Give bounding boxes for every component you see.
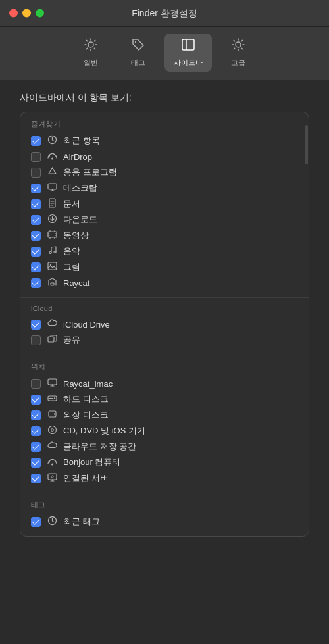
label-raycat-imac: Raycat_imac (63, 379, 113, 389)
titlebar: Finder 환경설정 (0, 0, 329, 27)
label-recent-tags: 최근 태그 (63, 516, 100, 528)
checkbox-raycat-imac[interactable] (31, 379, 41, 389)
icon-music (46, 245, 58, 257)
svg-rect-15 (51, 283, 54, 285)
icon-icloud-drive (46, 318, 58, 330)
icon-external-disk (46, 409, 58, 421)
label-hard-disk: 하드 디스크 (63, 393, 109, 405)
traffic-lights (9, 9, 44, 18)
group-label-tags: 태그 (31, 500, 298, 510)
minimize-button[interactable] (22, 9, 31, 18)
icon-raycat (46, 277, 58, 289)
maximize-button[interactable] (36, 9, 44, 18)
item-row-movies: 동영상 (31, 228, 298, 243)
icon-desktop (46, 182, 58, 194)
label-pictures: 그림 (63, 261, 80, 273)
main-content: 사이드바에서 이 항목 보기: 즐겨찾기최근 항목AirDrop응용 프로그램데… (0, 80, 329, 549)
svg-rect-17 (48, 379, 57, 385)
item-row-shared: 공유 (31, 332, 298, 348)
label-external-disk: 외장 디스크 (63, 409, 109, 421)
general-tab-label: 일반 (84, 58, 98, 68)
svg-point-12 (54, 251, 56, 253)
label-cloud-storage: 클라우드 저장 공간 (63, 441, 136, 453)
tab-advanced[interactable]: 고급 (217, 34, 259, 72)
checkbox-cloud-storage[interactable] (31, 442, 41, 452)
icon-shared (46, 334, 58, 346)
sidebar-tab-label: 사이드바 (174, 58, 203, 68)
icon-hard-disk (46, 393, 58, 405)
panel-wrapper: 즐겨찾기최근 항목AirDrop응용 프로그램데스크탑문서다운로드동영상음악그림… (20, 112, 309, 537)
checkbox-downloads[interactable] (31, 215, 41, 225)
close-button[interactable] (9, 9, 18, 18)
item-row-raycat: Raycat (31, 275, 298, 291)
svg-rect-7 (48, 184, 57, 189)
icon-airdrop (46, 151, 58, 162)
tab-tags[interactable]: 태그 (117, 34, 159, 72)
checkbox-icloud-drive[interactable] (31, 320, 41, 330)
checkbox-cd-dvd[interactable] (31, 426, 41, 436)
checkbox-movies[interactable] (31, 231, 41, 241)
svg-point-24 (51, 430, 53, 431)
group-tags: 태그최근 태그 (20, 493, 309, 536)
item-row-recent-tags: 최근 태그 (31, 514, 298, 530)
checkbox-pictures[interactable] (31, 262, 41, 272)
label-documents: 문서 (63, 198, 80, 210)
item-row-connected-server: 연결된 서버 (31, 470, 298, 486)
icon-pictures (46, 261, 58, 273)
svg-rect-26 (48, 474, 57, 480)
svg-rect-2 (182, 39, 194, 50)
tags-tab-label: 태그 (131, 58, 145, 68)
svg-rect-10 (48, 232, 57, 237)
checkbox-raycat[interactable] (31, 278, 41, 288)
sidebar-panel: 즐겨찾기최근 항목AirDrop응용 프로그램데스크탑문서다운로드동영상음악그림… (20, 112, 309, 537)
general-tab-icon (84, 37, 98, 55)
label-bonjour: Bonjour 컴퓨터 (63, 457, 120, 468)
checkbox-documents[interactable] (31, 199, 41, 209)
svg-point-6 (51, 158, 53, 160)
tags-tab-icon (131, 37, 145, 55)
icon-recent-tags (46, 516, 58, 528)
item-row-external-disk: 외장 디스크 (31, 407, 298, 423)
svg-rect-13 (48, 262, 57, 270)
checkbox-recent[interactable] (31, 136, 41, 146)
label-connected-server: 연결된 서버 (63, 472, 109, 484)
svg-point-25 (51, 464, 53, 466)
advanced-tab-icon (231, 37, 245, 55)
checkbox-recent-tags[interactable] (31, 517, 41, 527)
item-row-documents: 문서 (31, 196, 298, 212)
label-icloud-drive: iCloud Drive (63, 320, 110, 330)
checkbox-apps[interactable] (31, 168, 41, 178)
svg-point-19 (53, 397, 55, 399)
group-icloud: iCloudiCloud Drive공유 (20, 297, 309, 355)
checkbox-hard-disk[interactable] (31, 395, 41, 405)
svg-rect-16 (48, 337, 54, 342)
group-label-locations: 위치 (31, 362, 298, 372)
item-row-pictures: 그림 (31, 259, 298, 275)
sidebar-tab-icon (181, 37, 195, 55)
checkbox-external-disk[interactable] (31, 410, 41, 420)
scrollbar[interactable] (305, 125, 308, 164)
item-row-recent: 최근 항목 (31, 133, 298, 149)
checkbox-desktop[interactable] (31, 184, 41, 193)
label-shared: 공유 (63, 334, 80, 346)
checkbox-bonjour[interactable] (31, 458, 41, 468)
item-row-cloud-storage: 클라우드 저장 공간 (31, 439, 298, 455)
svg-point-21 (53, 413, 55, 414)
tab-sidebar[interactable]: 사이드바 (164, 34, 212, 72)
group-favorites: 즐겨찾기최근 항목AirDrop응용 프로그램데스크탑문서다운로드동영상음악그림… (20, 112, 309, 297)
group-label-favorites: 즐겨찾기 (31, 119, 298, 129)
label-movies: 동영상 (63, 230, 89, 241)
window-title: Finder 환경설정 (132, 8, 197, 20)
item-row-icloud-drive: iCloud Drive (31, 316, 298, 332)
checkbox-connected-server[interactable] (31, 474, 41, 483)
checkbox-shared[interactable] (31, 335, 41, 345)
checkbox-music[interactable] (31, 247, 41, 257)
item-row-desktop: 데스크탑 (31, 180, 298, 196)
item-row-cd-dvd: CD, DVD 및 iOS 기기 (31, 423, 298, 439)
icon-connected-server (46, 472, 58, 484)
tab-general[interactable]: 일반 (70, 34, 112, 72)
icon-movies (46, 230, 58, 241)
svg-point-0 (88, 42, 93, 47)
checkbox-airdrop[interactable] (31, 152, 41, 162)
label-apps: 응용 프로그램 (63, 166, 117, 178)
